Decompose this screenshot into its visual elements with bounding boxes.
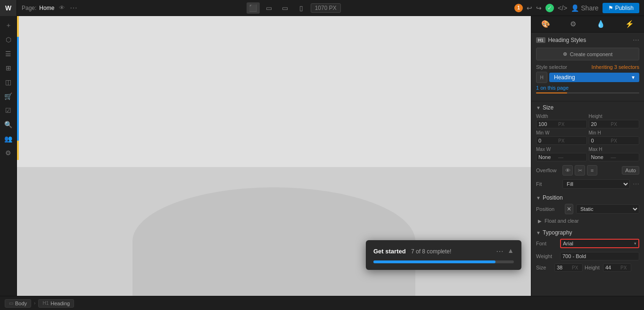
page-name[interactable]: Home [39, 5, 54, 11]
position-label: Position [543, 194, 563, 201]
width-label: Width [536, 114, 587, 119]
font-select[interactable]: Arial [561, 240, 638, 247]
page-info: Page: Home [17, 5, 59, 11]
fit-select[interactable]: Fill [562, 179, 630, 189]
width-input[interactable] [538, 121, 557, 127]
pages-icon[interactable]: ☰ [1, 47, 16, 60]
overflow-auto-label[interactable]: Auto [622, 166, 639, 175]
overflow-visible-icon[interactable]: 👁 [562, 165, 573, 176]
panel-options-icon[interactable]: ⋯ [633, 36, 639, 44]
maxw-input[interactable] [538, 154, 557, 160]
height-input-row: PX [589, 120, 640, 128]
topbar: W Page: Home 👁 ⋯ ⬛ ▭ ▭ ▯ 1070 PX 1 ↩ ↪ ✓… [0, 0, 644, 16]
height-input[interactable] [591, 121, 610, 127]
minw-input-row: PX [536, 136, 587, 145]
search-icon[interactable]: 🔍 [1, 118, 16, 131]
minw-unit: PX [558, 138, 564, 143]
width-field-group: Width PX [536, 114, 587, 128]
canvas-bottom-section [17, 167, 531, 296]
tab-responsive[interactable]: 💧 [593, 19, 609, 29]
eye-icon[interactable]: 👁 [59, 4, 65, 11]
style-selector-value: Inheriting 3 selectors [591, 64, 639, 70]
typography-section: ▼ Typography Font Arial ▾ Weight 70 [531, 226, 644, 274]
left-sidebar: ＋ ⬡ ☰ ⊞ ◫ 🛒 ☑ 🔍 👥 ⚙ [0, 16, 17, 296]
float-arrow-icon: ▶ [538, 218, 542, 224]
publish-label: Publish [615, 5, 634, 11]
get-started-header: Get started 7 of 8 complete! ⋯ ▲ [373, 247, 514, 256]
typo-size-label: Size [536, 265, 553, 270]
weight-select[interactable]: 700 - Bold [560, 252, 639, 260]
tablet-portrait-btn[interactable]: ▭ [279, 2, 292, 14]
settings-icon[interactable]: ⚙ [1, 146, 16, 159]
fit-more-icon[interactable]: ⋯ [633, 180, 639, 188]
layers-icon[interactable]: ⬡ [1, 33, 16, 46]
breadcrumb-separator: › [34, 301, 35, 306]
page-options-icon[interactable]: ⋯ [70, 3, 77, 12]
breadcrumb-heading[interactable]: H1 Heading [38, 299, 74, 308]
maxw-field-group: Max W — [536, 147, 587, 161]
ecommerce-icon[interactable]: 🛒 [1, 90, 16, 103]
get-started-title: Get started [373, 248, 406, 255]
position-section-header[interactable]: ▼ Position [531, 192, 644, 203]
position-clear-btn[interactable]: ✕ [565, 204, 573, 214]
typography-arrow-icon: ▼ [536, 230, 541, 235]
create-component-button[interactable]: ⊕ Create component [536, 48, 639, 60]
typography-section-header[interactable]: ▼ Typography [531, 226, 644, 238]
style-progress-fill [536, 92, 567, 93]
position-select[interactable]: Static [576, 204, 639, 214]
get-started-count: 7 of 8 complete! [411, 248, 451, 255]
minw-input[interactable] [538, 138, 557, 143]
forms-icon[interactable]: ☑ [1, 104, 16, 117]
topbar-right: 1 ↩ ↪ ✓ </> 👤 Share ⚑ Publish [510, 3, 644, 13]
mobile-device-btn[interactable]: ▯ [295, 2, 308, 14]
tab-interactions[interactable]: ⚡ [621, 19, 638, 29]
weight-label: Weight [536, 253, 557, 259]
overflow-hidden-icon[interactable]: ✂ [575, 165, 585, 176]
components-icon[interactable]: ⊞ [1, 61, 16, 75]
typo-size-input[interactable] [557, 265, 571, 270]
maxh-input[interactable] [591, 154, 610, 160]
users-icon[interactable]: 👥 [1, 132, 16, 145]
typo-height-input[interactable] [605, 265, 619, 270]
minh-input-row: PX [589, 136, 640, 145]
popup-options-btn[interactable]: ⋯ [496, 247, 504, 256]
position-field-label: Position [536, 206, 562, 212]
publish-button[interactable]: ⚑ Publish [603, 3, 639, 13]
assets-icon[interactable]: ◫ [1, 75, 16, 89]
right-panel: 🎨 ⚙ 💧 ⚡ H1 Heading Styles ⋯ ⊕ Create com… [531, 16, 644, 296]
minw-label: Min W [536, 130, 587, 135]
code-btn[interactable]: </> [558, 4, 567, 12]
get-started-actions: ⋯ ▲ [496, 247, 514, 256]
desktop-device-btn[interactable]: ⬛ [247, 2, 260, 14]
heading-styles-section: H1 Heading Styles ⋯ ⊕ Create component S… [531, 33, 644, 101]
typo-size-unit: PX [572, 265, 578, 270]
redo-btn[interactable]: ↪ [536, 4, 542, 12]
viewport-size: 1070 PX [311, 3, 341, 13]
font-select-wrapper[interactable]: Arial ▾ [560, 239, 639, 248]
style-progress-bar [536, 92, 639, 93]
undo-btn[interactable]: ↩ [527, 4, 532, 12]
popup-close-btn[interactable]: ▲ [507, 247, 514, 256]
minh-input[interactable] [591, 138, 610, 143]
minw-field-group: Min W PX [536, 130, 587, 145]
tablet-landscape-btn[interactable]: ▭ [263, 2, 276, 14]
selector-icon-box[interactable]: H [536, 72, 547, 83]
minh-field-group: Min H PX [589, 130, 640, 145]
share-btn[interactable]: 👤 Share [571, 4, 598, 12]
tab-style[interactable]: 🎨 [537, 19, 554, 29]
overflow-label: Overflow [536, 168, 560, 173]
typo-height-unit: PX [620, 265, 627, 270]
style-selector-row: Style selector Inheriting 3 selectors [536, 64, 639, 70]
minh-label: Min H [589, 130, 640, 135]
canvas-area[interactable]: Get started 7 of 8 complete! ⋯ ▲ [17, 16, 531, 296]
overflow-scroll-icon[interactable]: ≡ [587, 165, 597, 176]
notification-badge[interactable]: 1 [514, 4, 523, 12]
position-row: Position ✕ Static [531, 203, 644, 217]
tab-settings[interactable]: ⚙ [566, 19, 580, 29]
selector-tag[interactable]: Heading ▾ [549, 73, 639, 82]
size-section-header[interactable]: ▼ Size [531, 101, 644, 113]
height-label: Height [589, 114, 640, 119]
float-row[interactable]: ▶ Float and clear [531, 217, 644, 226]
add-element-icon[interactable]: ＋ [1, 19, 16, 32]
breadcrumb-body[interactable]: ▭ Body [5, 299, 31, 308]
